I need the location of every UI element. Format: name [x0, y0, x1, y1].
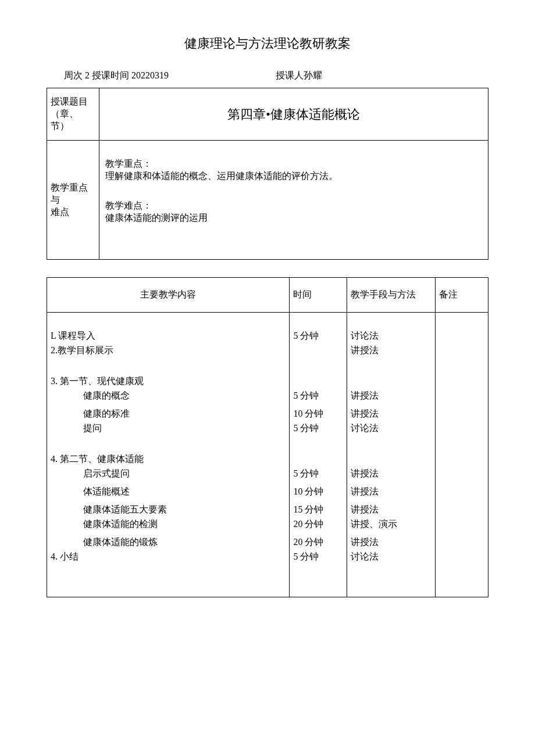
spacer-row	[47, 436, 488, 452]
topic-label-line2: （章、节）	[51, 108, 95, 132]
spacer-row	[47, 581, 488, 597]
time-cell: 10 分钟	[290, 485, 347, 499]
table-row: L 课程导入5 分钟讨论法	[47, 329, 488, 343]
content-text: 启示式提问	[51, 468, 286, 480]
method-cell: 讲授法	[347, 485, 435, 499]
meta-instructor: 授课人孙耀	[276, 70, 322, 82]
table-row: 健康的标准10 分钟讲授法	[47, 407, 488, 421]
content-cell: 体适能概述	[47, 485, 290, 499]
spacer-row	[47, 564, 488, 581]
content-cell: L 课程导入	[47, 329, 290, 343]
table-row: 健康体适能五大要素15 分钟讲授法	[47, 503, 488, 517]
spacer-row	[47, 358, 488, 374]
note-cell	[435, 389, 488, 403]
content-text: 健康的标准	[51, 408, 286, 420]
header-table: 授课题目 （章、节） 第四章•健康体适能概论 教学重点与 难点 教学重点： 理解…	[47, 88, 488, 260]
col-method-header: 教学手段与方法	[347, 278, 436, 313]
col-note-header: 备注	[435, 278, 488, 313]
time-cell	[290, 374, 347, 389]
content-text: 体适能概述	[51, 486, 286, 498]
time-cell: 5 分钟	[290, 329, 347, 343]
method-cell: 讲授法	[347, 535, 435, 550]
content-text: 健康体适能的锻炼	[51, 536, 286, 549]
points-label-line1: 教学重点与	[51, 182, 95, 206]
note-cell	[435, 535, 488, 550]
points-cell: 教学重点： 理解健康和体适能的概念、运用健康体适能的评价方法。 教学难点： 健康…	[99, 141, 488, 260]
content-cell: 健康的标准	[47, 407, 290, 421]
method-cell: 讲授法	[347, 389, 435, 403]
spacer-row	[47, 313, 488, 329]
note-cell	[435, 343, 488, 358]
time-cell: 10 分钟	[290, 407, 347, 421]
content-cell: 健康体适能的锻炼	[47, 535, 290, 550]
col-content-header: 主要教学内容	[47, 278, 290, 313]
content-text: 2.教学目标展示	[51, 345, 286, 357]
meta-week: 周次 2 授课时间 20220319	[64, 70, 169, 82]
content-text: 4. 小结	[51, 551, 286, 563]
content-cell: 4. 第二节、健康体适能	[47, 452, 290, 467]
focus-heading: 教学重点：	[105, 158, 482, 170]
table-row: 启示式提问5 分钟讲授法	[47, 467, 488, 481]
content-table: 主要教学内容 时间 教学手段与方法 备注 L 课程导入5 分钟讨论法2.教学目标…	[47, 277, 488, 597]
note-cell	[435, 329, 488, 343]
table-body-row: L 课程导入5 分钟讨论法2.教学目标展示讲授法3. 第一节、现代健康观健康的概…	[47, 313, 488, 597]
method-cell	[347, 374, 435, 389]
note-cell	[435, 452, 488, 467]
time-cell: 20 分钟	[290, 535, 347, 550]
method-cell	[347, 452, 435, 467]
table-row: 4. 第二节、健康体适能	[47, 452, 488, 467]
content-cell: 提问	[47, 421, 290, 436]
time-cell: 15 分钟	[290, 503, 347, 517]
inner-body-table: L 课程导入5 分钟讨论法2.教学目标展示讲授法3. 第一节、现代健康观健康的概…	[47, 313, 488, 597]
topic-label-line1: 授课题目	[51, 96, 95, 108]
difficulty-heading: 教学难点：	[105, 200, 482, 212]
time-cell: 5 分钟	[290, 421, 347, 436]
note-cell	[435, 517, 488, 532]
content-cell: 启示式提问	[47, 467, 290, 481]
col-time-header: 时间	[290, 278, 347, 313]
points-label-line2: 难点	[51, 206, 95, 218]
table-row: 提问5 分钟讨论法	[47, 421, 488, 436]
content-text: 健康体适能五大要素	[51, 504, 286, 516]
table-row: 健康体适能的检测20 分钟讲授、演示	[47, 517, 488, 532]
content-text: 3. 第一节、现代健康观	[51, 375, 286, 388]
note-cell	[435, 374, 488, 389]
doc-title: 健康理论与方法理论教研教案	[47, 35, 488, 52]
time-cell: 5 分钟	[290, 550, 347, 564]
table-row: 3. 第一节、现代健康观	[47, 374, 488, 389]
method-cell: 讲授法	[347, 503, 435, 517]
method-cell: 讨论法	[347, 329, 435, 343]
meta-line: 周次 2 授课时间 20220319 授课人孙耀	[47, 70, 488, 82]
focus-text: 理解健康和体适能的概念、运用健康体适能的评价方法。	[105, 170, 482, 182]
method-cell: 讲授法	[347, 343, 435, 358]
note-cell	[435, 550, 488, 564]
content-cell: 2.教学目标展示	[47, 343, 290, 358]
content-text: L 课程导入	[51, 330, 286, 342]
time-cell	[290, 343, 347, 358]
difficulty-text: 健康体适能的测评的运用	[105, 212, 482, 224]
note-cell	[435, 467, 488, 481]
note-cell	[435, 503, 488, 517]
content-cell: 健康体适能的检测	[47, 517, 290, 532]
topic-cell: 第四章•健康体适能概论	[99, 88, 488, 141]
time-cell	[290, 452, 347, 467]
method-cell: 讨论法	[347, 421, 435, 436]
content-text: 健康体适能的检测	[51, 518, 286, 531]
time-cell: 5 分钟	[290, 467, 347, 481]
note-cell	[435, 421, 488, 436]
table-row: 健康的概念5 分钟讲授法	[47, 389, 488, 403]
time-cell: 20 分钟	[290, 517, 347, 532]
table-row: 2.教学目标展示讲授法	[47, 343, 488, 358]
note-cell	[435, 485, 488, 499]
method-cell: 讲授法	[347, 467, 435, 481]
method-cell: 讲授、演示	[347, 517, 435, 532]
note-cell	[435, 407, 488, 421]
time-cell: 5 分钟	[290, 389, 347, 403]
table-row: 4. 小结5 分钟讨论法	[47, 550, 488, 564]
method-cell: 讨论法	[347, 550, 435, 564]
topic-label-cell: 授课题目 （章、节）	[47, 88, 99, 141]
points-label-cell: 教学重点与 难点	[47, 141, 99, 260]
content-cell: 4. 小结	[47, 550, 290, 564]
content-cell: 健康体适能五大要素	[47, 503, 290, 517]
content-text: 提问	[51, 422, 286, 435]
